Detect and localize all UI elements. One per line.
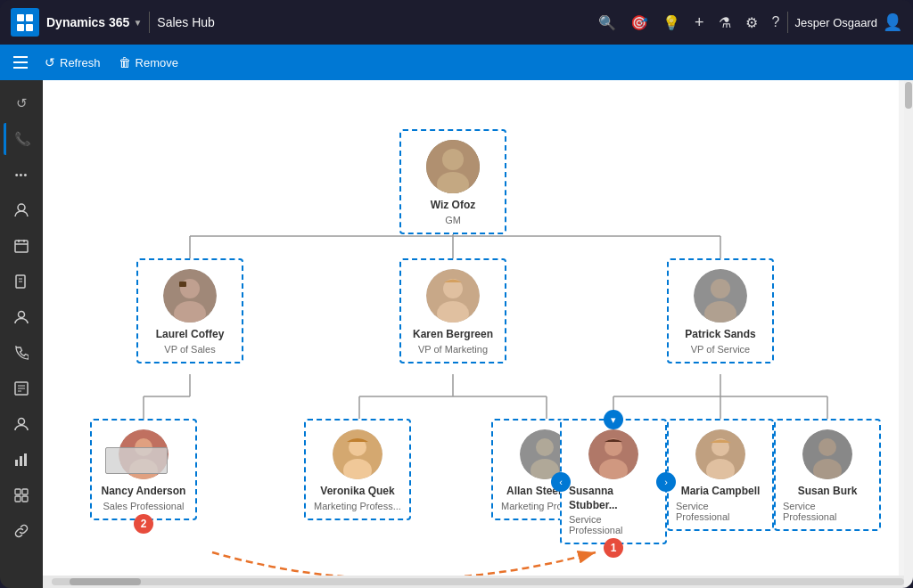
org-chart-canvas: Wiz Ofoz GM Laurel Coffey VP of Sales [43, 80, 899, 588]
svg-point-8 [19, 312, 25, 318]
nancy-name: Nancy Anderson [102, 485, 186, 499]
susan-name: Susan Burk [798, 485, 858, 499]
dynamics-label: Dynamics 365 [46, 15, 129, 29]
sidebar-item-calendar[interactable] [4, 230, 39, 262]
remove-icon: 🗑 [119, 55, 131, 69]
scrollbar-right[interactable] [904, 80, 913, 588]
node-veronika-quek[interactable]: Veronika Quek Marketing Profess... [304, 419, 411, 520]
app-name[interactable]: Dynamics 365 ▼ [46, 15, 142, 29]
nancy-badge: 2 [134, 514, 153, 534]
top-navigation: Dynamics 365 ▼ Sales Hub 🔍 🎯 💡 + ⚗ ⚙ ? J… [0, 0, 913, 45]
sidebar-item-phone2[interactable] [4, 337, 39, 369]
svg-point-50 [711, 279, 730, 298]
sidebar-item-reports[interactable] [4, 444, 39, 476]
toolbar: ↺ Refresh 🗑 Remove [0, 45, 913, 80]
veronika-title: Marketing Profess... [314, 501, 401, 511]
sidebar-item-user[interactable] [4, 301, 39, 333]
remove-button[interactable]: 🗑 Remove [111, 52, 185, 73]
svg-point-0 [18, 204, 25, 211]
bottom-scrollbar[interactable] [43, 576, 913, 588]
left-sidebar: ↺ 📞 ••• [0, 80, 43, 588]
hub-name-label: Sales Hub [157, 15, 215, 29]
refresh-button[interactable]: ↺ Refresh [37, 52, 108, 73]
susanna-nav-left[interactable]: ‹ [551, 472, 571, 492]
svg-rect-16 [24, 453, 27, 466]
susanna-name: Susanna Stubber... [569, 485, 658, 512]
svg-rect-19 [15, 496, 21, 502]
node-susanna-stubber[interactable]: ‹ › ▾ Susanna Stubber... Service Profess… [560, 419, 667, 544]
gear-icon[interactable]: ⚙ [745, 14, 758, 31]
sidebar-item-data[interactable] [4, 479, 39, 511]
svg-rect-14 [15, 460, 18, 466]
nav-icons-group: 🔍 🎯 💡 + ⚗ ⚙ ? [598, 13, 779, 32]
sidebar-item-notes[interactable] [4, 372, 39, 404]
user-profile[interactable]: Jesper Osgaard 👤 [795, 12, 903, 32]
user-divider [787, 12, 788, 33]
laurel-name: Laurel Coffey [156, 328, 225, 342]
sidebar-item-person[interactable] [4, 408, 39, 440]
lightbulb-icon[interactable]: 💡 [662, 14, 680, 31]
patrick-name: Patrick Sands [685, 328, 755, 342]
node-patrick-sands[interactable]: Patrick Sands VP of Service [667, 258, 774, 363]
scrollbar-thumb [905, 82, 912, 109]
node-susan-burk[interactable]: Susan Burk Service Professional [774, 419, 881, 531]
patrick-title: VP of Service [691, 344, 750, 355]
wiz-name: Wiz Ofoz [431, 199, 476, 213]
node-nancy-anderson[interactable]: Nancy Anderson Sales Professional 2 [90, 419, 197, 520]
refresh-label: Refresh [60, 56, 101, 69]
main-area: ↺ 📞 ••• [0, 80, 913, 588]
svg-rect-17 [15, 489, 21, 494]
svg-rect-15 [20, 456, 22, 466]
susanna-nav-top[interactable]: ▾ [604, 410, 623, 429]
svg-rect-20 [22, 496, 28, 502]
nancy-title: Sales Professional [103, 501, 184, 511]
laurel-title: VP of Sales [164, 344, 215, 355]
app-grid-button[interactable] [11, 8, 39, 37]
svg-point-40 [442, 149, 464, 170]
veronika-name: Veronika Quek [320, 485, 394, 499]
sidebar-item-more[interactable]: ••• [4, 159, 39, 191]
sidebar-item-documents[interactable] [4, 265, 39, 298]
hamburger-button[interactable] [7, 49, 34, 76]
content-area[interactable]: Wiz Ofoz GM Laurel Coffey VP of Sales [43, 80, 913, 588]
susanna-nav-right[interactable]: › [656, 472, 676, 492]
susanna-title: Service Professional [569, 514, 658, 535]
svg-point-68 [818, 438, 836, 456]
sidebar-item-phone[interactable]: 📞 [4, 123, 39, 155]
node-karen-bergreen[interactable]: Karen Bergreen VP of Marketing [399, 258, 506, 363]
svg-rect-1 [15, 241, 28, 252]
node-maria-campbell[interactable]: Maria Campbell Service Professional [667, 419, 774, 531]
filter-icon[interactable]: ⚗ [719, 14, 731, 31]
refresh-icon: ↺ [45, 55, 55, 69]
wiz-title: GM [445, 215, 461, 225]
remove-label: Remove [136, 56, 178, 69]
node-wiz-ofoz[interactable]: Wiz Ofoz GM [399, 129, 506, 234]
node-laurel-coffey[interactable]: Laurel Coffey VP of Sales [136, 258, 243, 363]
svg-rect-45 [179, 282, 186, 287]
sidebar-item-links[interactable] [4, 515, 39, 547]
target-icon[interactable]: 🎯 [630, 14, 648, 31]
chevron-down-icon: ▼ [133, 18, 142, 28]
karen-name: Karen Bergreen [413, 328, 493, 342]
maria-title: Service Professional [676, 501, 765, 522]
susan-title: Service Professional [783, 501, 872, 522]
help-icon[interactable]: ? [772, 14, 780, 30]
add-icon[interactable]: + [695, 13, 704, 32]
susanna-badge: 1 [604, 538, 623, 558]
user-avatar-icon: 👤 [883, 12, 902, 32]
username-label: Jesper Osgaard [795, 16, 878, 29]
svg-rect-18 [22, 489, 28, 494]
nav-divider [149, 12, 150, 33]
svg-point-59 [536, 438, 554, 456]
svg-point-13 [19, 419, 25, 425]
maria-name: Maria Campbell [681, 485, 761, 499]
search-icon[interactable]: 🔍 [598, 14, 616, 31]
bottom-scroll-thumb [70, 578, 141, 585]
drag-indicator [105, 447, 168, 474]
karen-title: VP of Marketing [418, 344, 488, 355]
sidebar-item-contacts[interactable] [4, 194, 39, 226]
sidebar-item-history[interactable]: ↺ [4, 87, 39, 119]
